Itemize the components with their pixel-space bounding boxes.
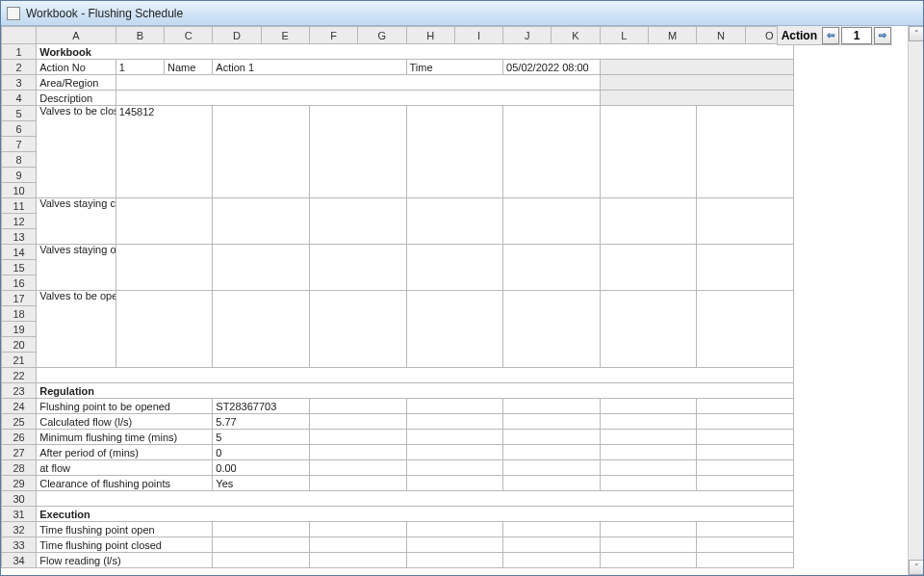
cell[interactable] [37, 368, 794, 383]
cell[interactable]: 5.77 [213, 414, 310, 430]
cell[interactable] [600, 399, 697, 414]
cell[interactable]: Flow reading (l/s) [37, 553, 213, 568]
cell[interactable] [600, 245, 697, 291]
cell[interactable] [309, 537, 406, 553]
col-header[interactable]: K [552, 27, 600, 44]
cell[interactable] [697, 430, 794, 445]
cell[interactable] [697, 537, 794, 553]
col-header[interactable]: I [454, 27, 502, 44]
cell[interactable] [406, 553, 503, 568]
col-header[interactable]: L [600, 27, 648, 44]
row-header[interactable]: 12 [2, 214, 37, 229]
row-header[interactable]: 24 [2, 399, 37, 414]
col-header[interactable]: M [648, 27, 696, 44]
cell[interactable] [503, 106, 601, 198]
cell-valves-to-close[interactable]: Valves to be closed [37, 106, 116, 198]
action-number-field[interactable]: 1 [841, 27, 872, 44]
action-prev-button[interactable]: ⇦ [822, 27, 839, 44]
col-header[interactable]: E [261, 27, 309, 44]
cell[interactable] [600, 291, 697, 368]
cell[interactable] [309, 430, 406, 445]
cell[interactable] [503, 553, 601, 568]
cell[interactable]: Action No [37, 60, 116, 75]
col-header[interactable]: H [406, 27, 454, 44]
cell[interactable] [600, 522, 697, 537]
row-header[interactable]: 17 [2, 291, 37, 306]
cell[interactable] [213, 291, 310, 368]
cell[interactable] [309, 106, 406, 198]
row-header[interactable]: 1 [2, 44, 37, 60]
spreadsheet-grid[interactable]: A B C D E F G H I J K L M N O [1, 26, 794, 568]
col-header[interactable]: D [213, 27, 261, 44]
cell-execution-header[interactable]: Execution [37, 507, 794, 522]
cell[interactable] [309, 291, 406, 368]
row-header[interactable]: 29 [2, 476, 37, 491]
cell[interactable] [309, 522, 406, 537]
cell[interactable] [116, 91, 600, 106]
cell[interactable]: 05/02/2022 08:00 [503, 60, 601, 75]
cell[interactable] [116, 75, 600, 91]
row-header[interactable]: 7 [2, 137, 37, 152]
cell[interactable] [213, 553, 310, 568]
cell[interactable] [406, 430, 503, 445]
row-header[interactable]: 10 [2, 183, 37, 198]
row-header[interactable]: 6 [2, 121, 37, 137]
cell[interactable] [503, 245, 601, 291]
col-header[interactable]: B [116, 27, 164, 44]
cell[interactable] [600, 537, 697, 553]
col-header[interactable]: A [37, 27, 116, 44]
row-header[interactable]: 8 [2, 152, 37, 168]
cell[interactable] [503, 198, 601, 245]
row-header[interactable]: 5 [2, 106, 37, 121]
row-header[interactable]: 18 [2, 306, 37, 322]
col-header[interactable]: J [503, 27, 552, 44]
cell[interactable]: Name [165, 60, 213, 75]
cell[interactable] [406, 399, 503, 414]
cell[interactable] [309, 553, 406, 568]
row-header[interactable]: 27 [2, 445, 37, 460]
cell[interactable] [697, 198, 794, 245]
cell[interactable]: Time [406, 60, 503, 75]
cell[interactable] [600, 91, 793, 106]
cell[interactable] [697, 522, 794, 537]
col-header[interactable]: N [697, 27, 745, 44]
cell[interactable] [503, 399, 601, 414]
cell-valves-staying-closed[interactable]: Valves staying closed from the prev. act… [37, 198, 116, 245]
row-header[interactable]: 15 [2, 260, 37, 275]
action-next-button[interactable]: ⇨ [874, 27, 891, 44]
cell[interactable] [697, 245, 794, 291]
cell[interactable] [309, 245, 406, 291]
cell[interactable] [600, 476, 697, 491]
cell[interactable]: Yes [213, 476, 310, 491]
cell-valves-staying-open[interactable]: Valves staying open from the prev. actio… [37, 245, 116, 291]
cell[interactable]: Area/Region [37, 75, 116, 91]
select-all-corner[interactable] [2, 27, 37, 44]
row-header[interactable]: 4 [2, 91, 37, 106]
scroll-up-button[interactable]: ˄ [909, 26, 923, 41]
row-header[interactable]: 22 [2, 368, 37, 383]
cell[interactable] [600, 414, 697, 430]
cell[interactable] [503, 445, 601, 460]
row-header[interactable]: 32 [2, 522, 37, 537]
cell[interactable] [600, 198, 697, 245]
cell[interactable] [213, 245, 310, 291]
cell[interactable]: Flushing point to be opened [37, 399, 213, 414]
cell[interactable] [600, 106, 697, 198]
row-header[interactable]: 20 [2, 337, 37, 353]
row-header[interactable]: 11 [2, 198, 37, 214]
cell[interactable] [697, 553, 794, 568]
cell[interactable] [503, 476, 601, 491]
cell[interactable] [406, 476, 503, 491]
cell[interactable] [213, 106, 310, 198]
col-header[interactable]: G [358, 27, 406, 44]
cell[interactable]: 1 [116, 60, 164, 75]
row-header[interactable]: 33 [2, 537, 37, 553]
cell[interactable] [503, 430, 601, 445]
row-header[interactable]: 30 [2, 491, 37, 507]
row-header[interactable]: 14 [2, 245, 37, 260]
cell[interactable] [406, 445, 503, 460]
cell[interactable] [406, 245, 503, 291]
row-header[interactable]: 25 [2, 414, 37, 430]
cell[interactable] [116, 198, 213, 245]
cell[interactable] [406, 460, 503, 476]
